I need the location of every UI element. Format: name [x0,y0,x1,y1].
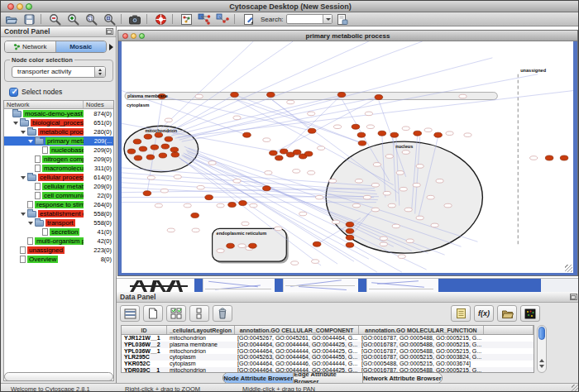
table-cell[interactable]: [GO:0045263, GO:0044464, GO:0044455, G..… [235,354,359,361]
network-label-node[interactable] [238,244,246,248]
scroll-down-icon[interactable] [539,365,544,368]
network-label-node[interactable] [174,175,181,179]
network-label-node[interactable] [383,191,390,195]
network-node[interactable] [249,243,257,248]
table-cell[interactable]: [GO:0044464, GO:0044444, GO:0044425, G..… [235,348,359,355]
import-attributes-button[interactable] [497,305,517,322]
attribute-matrix-button[interactable] [520,305,540,322]
network-node[interactable] [171,152,179,157]
help-button[interactable] [152,13,169,26]
network-node[interactable] [205,195,213,200]
annotation-button[interactable] [240,13,256,26]
network-node[interactable] [304,151,313,156]
network-node[interactable] [275,155,284,160]
table-cell[interactable]: plasma membrane [167,342,235,348]
tree-item-metabolic-process[interactable]: metabolic process280(0) [4,127,113,136]
network-label-node[interactable] [242,222,249,226]
search-dropdown-icon[interactable] [323,15,332,23]
expand-arrow-icon[interactable] [21,213,26,216]
expand-arrow-icon[interactable] [28,222,33,225]
tree-item-multi-organism-pr[interactable]: multi-organism pr42(0) [4,237,113,246]
network-node[interactable] [346,235,354,240]
network-label-node[interactable] [366,125,374,129]
tree-item-macromolecule[interactable]: macromolecule311(0) [4,164,113,173]
network-node[interactable] [352,124,360,129]
network-label-node[interactable] [365,112,372,116]
table-cell[interactable]: [GO:0016787, GO:0005215, GO:0003824, G..… [359,354,484,361]
table-cell[interactable]: [GO:0044464, GO:0044446, GO:0044444, G..… [235,361,359,367]
network-node[interactable] [228,203,237,208]
table-cell[interactable]: YPL036W__2 [122,342,167,348]
tree-item-mosaic-demo-yeast[interactable]: mosaic-demo-yeast874(0) [4,109,113,118]
network-label-node[interactable] [402,127,409,131]
network-node[interactable] [358,141,366,146]
network-node[interactable] [346,222,354,227]
network-label-node[interactable] [363,195,371,199]
network-node[interactable] [159,153,167,158]
select-attributes-button[interactable] [166,305,186,322]
expand-arrow-icon[interactable] [21,131,26,134]
network-node[interactable] [293,150,301,155]
network-label-node[interactable] [217,203,224,208]
select-nodes-checkbox[interactable] [9,88,18,97]
tree-item-transport[interactable]: transport558(0) [4,218,113,227]
column-header-1[interactable]: _cellularLayoutRegion [167,326,235,334]
network-label-node[interactable] [424,128,432,132]
function-builder-button[interactable]: f(x) [474,305,494,322]
network-node[interactable] [227,243,235,248]
tree-item-cellular-metabo[interactable]: cellular metabo209(0) [4,182,113,191]
network-node[interactable] [191,213,199,218]
network-node[interactable] [263,186,271,191]
network-label-node[interactable] [184,203,191,208]
network-canvas[interactable]: plasma membranecytoplasmmitochondrionnuc… [122,41,573,273]
network-label-node[interactable] [328,179,336,184]
table-cell[interactable]: [GO:0044464, GO:0044444, GO:0044425, G..… [235,342,359,348]
tree-item-nitrogen-compo[interactable]: nitrogen compo209(0) [4,155,113,164]
network-label-node[interactable] [446,131,453,136]
network-label-node[interactable] [416,165,423,169]
scrollbar-thumb[interactable] [538,327,545,340]
tab-edge-attribute-browser[interactable]: Edge Attribute Browser [294,373,362,383]
network-label-node[interactable] [233,116,241,120]
search-field[interactable] [288,15,323,23]
network-node[interactable] [414,131,422,136]
tree-col-network[interactable]: Network [4,101,84,108]
table-cell[interactable]: YJR121W__1 [122,335,167,342]
tree-item-establishment-of-l[interactable]: establishment of l558(0) [4,209,113,218]
network-label-node[interactable] [396,171,404,175]
tree-item-nucleobase-[interactable]: nucleobase-209(0) [4,146,113,155]
network-node[interactable] [545,155,553,160]
network-label-node[interactable] [299,212,307,216]
scroll-up-icon[interactable] [539,359,544,362]
network-label-node[interactable] [380,242,387,246]
network-label-node[interactable] [160,189,168,193]
network-label-node[interactable] [265,171,272,175]
network-node[interactable] [139,146,147,151]
background-window-fragment[interactable] [283,279,357,292]
network-node[interactable] [378,131,386,136]
network-node[interactable] [144,134,152,139]
table-cell[interactable]: [GO:0016787, GO:0005488, GO:0005215, G..… [359,335,484,342]
tab-network-attribute-browser[interactable]: Network Attribute Browser [363,373,442,383]
network-label-node[interactable] [380,237,387,241]
table-cell[interactable]: [GO:0045267, GO:0045261, GO:0044464, G..… [235,335,359,342]
network-label-node[interactable] [316,195,323,199]
table-row[interactable]: YPL036W__2plasma membrane[GO:0044464, GO… [122,342,534,348]
attribute-notes-button[interactable] [451,305,471,322]
table-row[interactable]: YKR052Ccytoplasm[GO:0044464, GO:0044446,… [122,361,534,367]
network-label-node[interactable] [217,249,224,253]
network-node[interactable] [390,132,399,137]
network-node[interactable] [161,144,170,149]
search-input[interactable] [286,14,333,24]
network-label-node[interactable] [333,125,341,129]
open-session-button[interactable] [2,13,19,26]
combo-stepper-icon[interactable] [94,67,105,77]
network-label-node[interactable] [308,171,315,175]
network-node[interactable] [375,95,383,100]
network-label-node[interactable] [406,239,414,243]
zoom-in-button[interactable] [65,13,81,26]
table-cell[interactable]: [GO:0005488, GO:0005215, GO:0003674] [359,361,484,367]
background-window-border[interactable] [358,279,366,292]
background-window-border[interactable] [275,279,283,292]
tree-item-cellular-process[interactable]: cellular process614(0) [4,173,113,182]
